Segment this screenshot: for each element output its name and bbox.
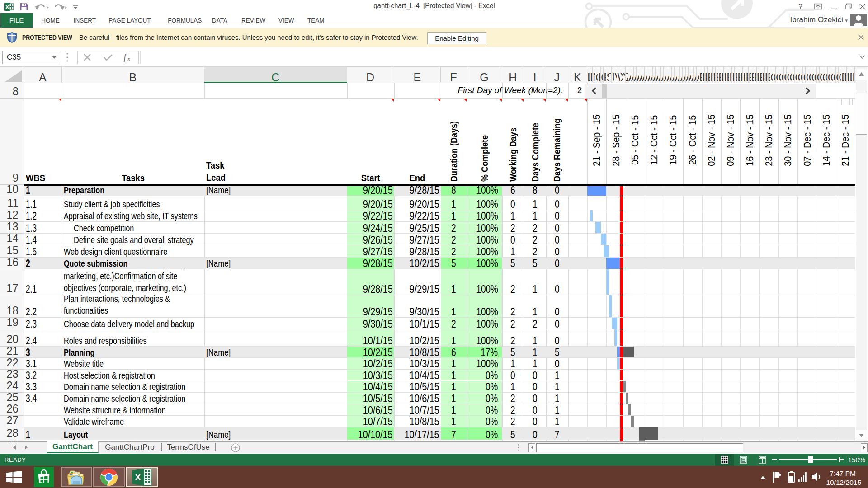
svg-text:x: x	[127, 56, 131, 62]
svg-text:f: f	[123, 53, 127, 62]
svg-text:X: X	[135, 472, 141, 482]
svg-text:?: ?	[798, 3, 802, 10]
svg-text:X: X	[5, 4, 9, 10]
